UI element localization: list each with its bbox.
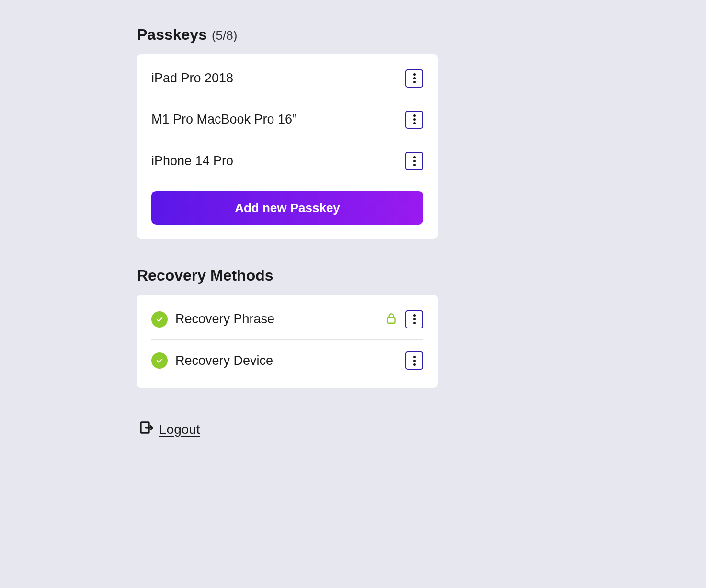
recovery-row: Recovery Phrase (151, 299, 423, 340)
more-vertical-icon (413, 114, 416, 124)
passkey-menu-button[interactable] (405, 152, 423, 170)
passkeys-card: iPad Pro 2018 M1 Pro MacBook Pro 16” iPh… (137, 54, 438, 239)
more-vertical-icon (413, 156, 416, 166)
passkey-label: iPad Pro 2018 (151, 71, 233, 86)
more-vertical-icon (413, 314, 416, 324)
more-vertical-icon (413, 356, 416, 366)
recovery-label: Recovery Phrase (175, 312, 274, 327)
passkey-row: iPad Pro 2018 (151, 58, 423, 99)
recovery-menu-button[interactable] (405, 310, 423, 328)
recovery-row: Recovery Device (151, 340, 423, 381)
passkey-menu-button[interactable] (405, 69, 423, 88)
passkey-menu-button[interactable] (405, 111, 423, 129)
more-vertical-icon (413, 73, 416, 83)
passkeys-count: (5/8) (212, 28, 237, 43)
recovery-title-text: Recovery Methods (137, 267, 273, 284)
recovery-menu-button[interactable] (405, 351, 423, 370)
passkey-row: iPhone 14 Pro (151, 140, 423, 181)
add-passkey-button[interactable]: Add new Passkey (151, 191, 423, 225)
logout-icon (139, 419, 155, 439)
passkey-label: iPhone 14 Pro (151, 154, 233, 169)
passkey-row: M1 Pro MacBook Pro 16” (151, 99, 423, 140)
passkeys-title: Passkeys (5/8) (137, 26, 438, 44)
logout-label: Logout (159, 422, 200, 437)
passkeys-title-text: Passkeys (137, 26, 207, 44)
svg-rect-0 (387, 317, 395, 323)
recovery-card: Recovery Phrase Recovery Devi (137, 295, 438, 388)
check-circle-icon (151, 352, 168, 369)
recovery-title: Recovery Methods (137, 267, 438, 284)
passkey-label: M1 Pro MacBook Pro 16” (151, 112, 296, 127)
check-circle-icon (151, 311, 168, 328)
logout-link[interactable]: Logout (139, 419, 200, 439)
lock-icon (385, 312, 398, 327)
recovery-label: Recovery Device (175, 353, 273, 368)
